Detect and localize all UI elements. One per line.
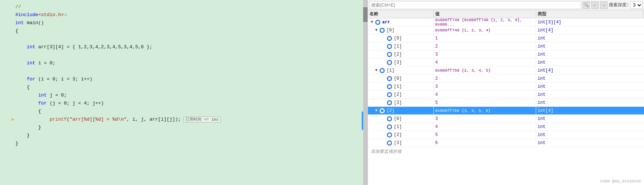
search-input[interactable] xyxy=(369,1,581,9)
expand-icon-arr-1[interactable]: ▼ xyxy=(374,68,379,73)
add-watch-label[interactable]: 添加要监视的项 xyxy=(368,147,644,156)
code-line xyxy=(0,51,368,59)
watch-row-arr-0-0[interactable]: [0] 1 int xyxy=(368,34,644,42)
var-name-arr-1-2: [2] xyxy=(394,92,402,97)
watch-row-arr-2[interactable]: ▼ [2] 0x006ff760 {3, 4, 5, 6} int[4] xyxy=(368,107,644,115)
node-icon-arr-0-2 xyxy=(387,52,392,57)
watch-type-arr-0-3: int xyxy=(536,58,644,66)
code-line: { xyxy=(0,107,368,116)
code-line: for (j = 0; j < 4; j++) xyxy=(0,99,368,107)
watch-row-arr-0[interactable]: ▼ [0] 0x006ff740 {1, 2, 3, 4} int[4] xyxy=(368,26,644,34)
code-line: } xyxy=(0,124,368,132)
depth-label: 搜索深度: xyxy=(609,2,629,8)
watch-type-arr: int[3][4] xyxy=(536,18,644,26)
watch-row-arr-1-0[interactable]: [0] 2 int xyxy=(368,75,644,83)
watch-row-arr-2-1[interactable]: [1] 4 int xyxy=(368,123,644,131)
watch-table-header: 名称 值 类型 xyxy=(368,10,644,18)
var-name-arr-1-0: [0] xyxy=(394,76,402,81)
code-blank xyxy=(15,35,365,43)
node-icon-arr-2-2 xyxy=(387,132,392,137)
code-inner-close: } xyxy=(15,124,365,132)
code-i-decl: int i = 0; xyxy=(15,59,365,67)
var-name-arr-0-0: [0] xyxy=(394,36,402,41)
watch-row-arr-1-3[interactable]: [3] 5 int xyxy=(368,99,644,107)
search-button[interactable]: 🔍 xyxy=(583,1,590,9)
watch-type-arr-2-2: int xyxy=(536,131,644,139)
code-inner-brace: { xyxy=(15,107,365,116)
var-name-arr-2-1: [1] xyxy=(394,124,402,129)
watch-row-arr-2-2[interactable]: [2] 5 int xyxy=(368,131,644,139)
watch-row-arr-0-1[interactable]: [1] 2 int xyxy=(368,42,644,50)
var-name-arr-0-3: [3] xyxy=(394,60,402,65)
code-line: int main() xyxy=(0,19,368,27)
line-arrow: ▶ xyxy=(12,116,15,124)
node-icon-arr-2-0 xyxy=(387,116,392,121)
scroll-indicator xyxy=(362,112,363,130)
node-icon-arr-2 xyxy=(380,108,385,113)
var-name-arr-1-1: [1] xyxy=(394,84,402,89)
expand-icon-arr-0[interactable]: ▼ xyxy=(374,28,379,33)
watch-type-arr-0-1: int xyxy=(536,42,644,50)
node-icon-arr xyxy=(375,20,380,25)
watch-value-arr-2-0: 3 xyxy=(434,115,536,122)
var-name-arr-2-0: [0] xyxy=(394,116,402,121)
code-line: int i = 0; xyxy=(0,59,368,67)
watch-type-arr-0-2: int xyxy=(536,50,644,58)
var-name-arr-2: [2] xyxy=(387,108,395,113)
watch-name-arr-2: ▼ [2] xyxy=(368,107,434,114)
watch-value-arr-2-2: 5 xyxy=(434,131,536,139)
code-outer-close: } xyxy=(15,132,365,140)
watch-name-arr-0-1: [1] xyxy=(368,42,434,50)
watch-name-arr-1-1: [1] xyxy=(368,83,434,90)
code-j-decl: int j = 0; xyxy=(15,91,365,99)
code-for-inner: for (j = 0; j < 4; j++) xyxy=(15,99,365,107)
node-icon-arr-0-3 xyxy=(387,60,392,65)
code-line: int arr[3][4] = { 1,2,3,4,2,3,4,5,3,4,5,… xyxy=(0,43,368,51)
watermark: CSDN @m0_64338546 xyxy=(600,179,641,184)
watch-row-arr-0-2[interactable]: [2] 3 int xyxy=(368,50,644,58)
watch-row-arr-0-3[interactable]: [3] 4 int xyxy=(368,58,644,67)
watch-type-arr-2-1: int xyxy=(536,123,644,131)
code-line xyxy=(0,35,368,43)
watch-row-arr-1-2[interactable]: [2] 4 int xyxy=(368,91,644,99)
code-line: } xyxy=(0,132,368,140)
code-area: // #include<stdio.h>◁ int main() { xyxy=(0,0,368,185)
watch-type-arr-1-1: int xyxy=(536,83,644,90)
next-button[interactable]: → xyxy=(600,1,607,9)
depth-select[interactable]: 3 1 2 4 5 xyxy=(630,1,643,9)
watch-row-arr-1[interactable]: ▼ [1] 0x006ff750 {2, 3, 4, 5} int[4] xyxy=(368,67,644,75)
expand-icon-arr[interactable]: ▼ xyxy=(369,20,374,25)
var-name-arr-1-3: [3] xyxy=(394,100,402,105)
header-type: 类型 xyxy=(536,10,644,18)
prev-button[interactable]: ← xyxy=(591,1,599,9)
watch-value-arr-0-3: 4 xyxy=(434,58,536,66)
var-name-arr-1: [1] xyxy=(387,68,395,73)
var-name-arr-2-3: [3] xyxy=(394,140,402,146)
code-brace-open: { xyxy=(15,83,365,91)
watch-value-arr-1-3: 5 xyxy=(434,99,536,106)
scrollbar-track[interactable] xyxy=(363,0,368,185)
node-icon-arr-2-1 xyxy=(387,124,392,129)
watch-value-arr-1-2: 4 xyxy=(434,91,536,98)
header-value: 值 xyxy=(434,10,536,18)
watch-row-arr-1-1[interactable]: [1] 3 int xyxy=(368,83,644,91)
watch-type-arr-2-0: int xyxy=(536,115,644,122)
watch-name-arr-1-0: [0] xyxy=(368,75,434,82)
watch-name-arr-0-3: [3] xyxy=(368,58,434,66)
code-panel: // #include<stdio.h>◁ int main() { xyxy=(0,0,368,185)
var-name-arr: arr xyxy=(382,20,390,25)
node-icon-arr-1-2 xyxy=(387,92,392,97)
watch-value-arr-2-3: 6 xyxy=(434,139,536,147)
watch-name-arr-2-0: [0] xyxy=(368,115,434,122)
code-final-close: } xyxy=(15,140,365,148)
watch-value-arr-0-2: 3 xyxy=(434,50,536,58)
header-name: 名称 xyxy=(368,10,434,18)
watch-row-arr[interactable]: ▼ arr 0x006ff740 {0x006ff740 {1, 2, 3, 4… xyxy=(368,18,644,26)
watch-name-arr-0-2: [2] xyxy=(368,50,434,58)
expand-icon-arr-2[interactable]: ▼ xyxy=(374,108,379,113)
watch-name-arr-0: ▼ [0] xyxy=(368,26,434,34)
watch-row-arr-2-0[interactable]: [0] 3 int xyxy=(368,115,644,123)
scrollbar-thumb[interactable] xyxy=(363,7,368,22)
watch-type-arr-0: int[4] xyxy=(536,26,644,34)
watch-row-arr-2-3[interactable]: [3] 6 int xyxy=(368,139,644,147)
